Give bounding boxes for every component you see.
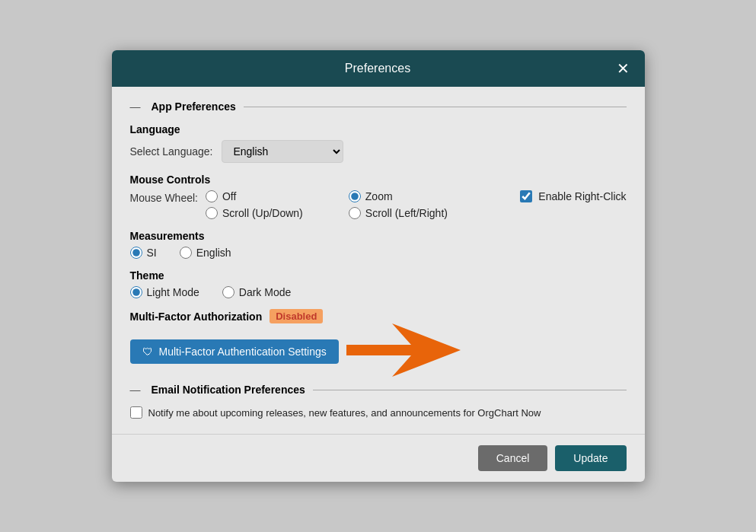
mouse-scroll-updown-radio[interactable] — [206, 207, 218, 219]
arrow-annotation — [346, 323, 461, 379]
dialog-title: Preferences — [142, 62, 614, 75]
language-label: Language — [130, 123, 627, 135]
mouse-scroll-lr-radio[interactable] — [349, 207, 361, 219]
mouse-off-option[interactable]: Off — [206, 190, 303, 202]
mouse-controls-row: Mouse Wheel: Off Scroll (Up/Down) Zoom — [130, 190, 627, 219]
email-section-divider — [313, 390, 627, 390]
dialog-body: — App Preferences Language Select Langua… — [112, 87, 645, 434]
shield-icon: 🛡 — [142, 346, 153, 358]
mouse-off-label: Off — [222, 190, 236, 202]
theme-label: Theme — [130, 269, 627, 282]
right-click-checkbox[interactable] — [520, 190, 532, 202]
mouse-zoom-radio[interactable] — [349, 190, 361, 202]
language-select[interactable]: English Spanish French German — [222, 140, 343, 163]
email-section: — Email Notification Preferences Notify … — [130, 384, 627, 419]
notify-label: Notify me about upcoming releases, new f… — [148, 407, 541, 419]
measurements-group: Measurements SI English — [130, 230, 627, 259]
mouse-controls-group: Mouse Controls Mouse Wheel: Off Scroll (… — [130, 174, 627, 219]
mfa-row: Multi-Factor Authorization Disabled — [130, 309, 627, 323]
mfa-settings-button[interactable]: 🛡 Multi-Factor Authentication Settings — [130, 339, 339, 364]
measurements-english-option[interactable]: English — [180, 247, 231, 259]
cancel-button[interactable]: Cancel — [478, 445, 548, 471]
theme-light-radio[interactable] — [130, 286, 142, 298]
theme-light-option[interactable]: Light Mode — [130, 286, 199, 298]
theme-row: Light Mode Dark Mode — [130, 286, 627, 298]
mouse-zoom-option[interactable]: Zoom — [349, 190, 448, 202]
dialog-header: Preferences ✕ — [112, 50, 645, 87]
theme-dark-option[interactable]: Dark Mode — [222, 286, 291, 298]
measurements-si-label: SI — [147, 247, 157, 259]
mouse-off-radio[interactable] — [206, 190, 218, 202]
mfa-area: Multi-Factor Authorization Disabled 🛡 Mu… — [130, 309, 627, 379]
mfa-button-label: Multi-Factor Authentication Settings — [159, 346, 327, 358]
email-section-title: Email Notification Preferences — [152, 384, 305, 396]
notify-checkbox[interactable] — [130, 406, 142, 419]
mouse-scroll-lr-option[interactable]: Scroll (Left/Right) — [349, 207, 448, 219]
mouse-scroll-updown-label: Scroll (Up/Down) — [222, 207, 303, 219]
notify-row: Notify me about upcoming releases, new f… — [130, 406, 627, 419]
mouse-zoom-label: Zoom — [365, 190, 393, 202]
measurements-si-option[interactable]: SI — [130, 247, 157, 259]
mouse-col2: Zoom Scroll (Left/Right) — [349, 190, 448, 219]
app-preferences-section-header: — App Preferences — [130, 100, 627, 113]
measurements-si-radio[interactable] — [130, 247, 142, 259]
theme-group: Theme Light Mode Dark Mode — [130, 269, 627, 298]
preferences-dialog: Preferences ✕ — App Preferences Language… — [112, 50, 645, 482]
right-click-label: Enable Right-Click — [538, 190, 626, 202]
theme-light-label: Light Mode — [147, 286, 199, 298]
dialog-footer: Cancel Update — [112, 434, 645, 482]
mouse-scroll-lr-label: Scroll (Left/Right) — [365, 207, 448, 219]
select-language-label: Select Language: — [130, 145, 213, 158]
measurements-english-label: English — [196, 247, 231, 259]
mouse-wheel-label: Mouse Wheel: — [130, 192, 198, 204]
language-group: Language Select Language: English Spanis… — [130, 123, 627, 163]
mouse-scroll-updown-option[interactable]: Scroll (Up/Down) — [206, 207, 303, 219]
close-button[interactable]: ✕ — [614, 59, 633, 78]
theme-dark-label: Dark Mode — [239, 286, 291, 298]
theme-dark-radio[interactable] — [222, 286, 234, 298]
mouse-controls-label: Mouse Controls — [130, 174, 627, 186]
mfa-status-badge: Disabled — [270, 309, 323, 323]
mfa-label: Multi-Factor Authorization — [130, 311, 263, 323]
right-click-group: Enable Right-Click — [520, 190, 626, 202]
app-preferences-title: App Preferences — [152, 100, 236, 113]
svg-marker-0 — [346, 323, 461, 377]
email-section-header: — Email Notification Preferences — [130, 384, 627, 396]
measurements-label: Measurements — [130, 230, 627, 242]
update-button[interactable]: Update — [555, 445, 626, 471]
section-divider — [244, 107, 627, 107]
mouse-col1: Off Scroll (Up/Down) — [206, 190, 303, 219]
measurements-row: SI English — [130, 247, 627, 259]
measurements-english-radio[interactable] — [180, 247, 192, 259]
arrow-svg — [346, 323, 461, 377]
